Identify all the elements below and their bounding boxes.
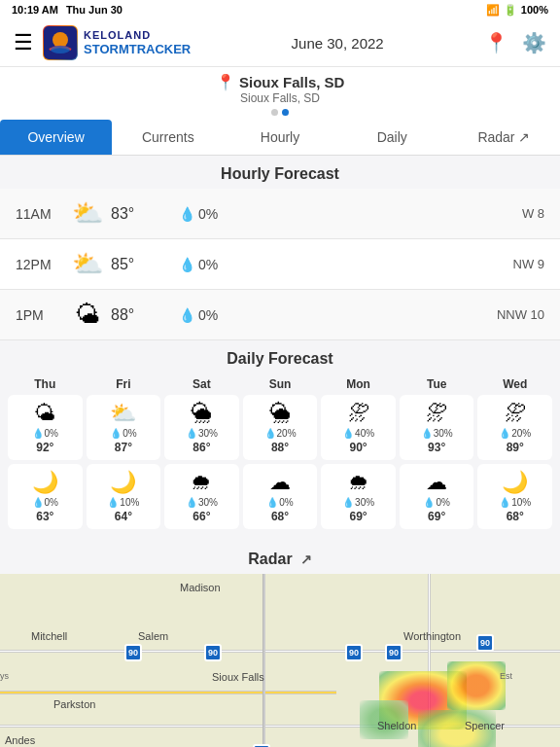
drop-icon: 💧 [179, 206, 195, 222]
radar-map[interactable]: 90 90 90 90 90 29 Madison Mitchell Salem… [0, 574, 560, 747]
daily-night-col-4: 🌧 💧30% 69° [321, 464, 396, 533]
daily-night-temp: 69° [428, 510, 445, 523]
daily-night-precip: 💧0% [32, 497, 58, 508]
daily-day-icon: ⛈ [348, 401, 369, 426]
status-time: 10:19 AM [12, 4, 58, 16]
tab-currents[interactable]: Currents [112, 120, 224, 155]
hourly-row-2: 1PM 🌤 88° 💧0% NNW 10 [0, 290, 560, 340]
daily-night-temp: 64° [115, 510, 132, 523]
daily-day-card: 🌦 💧20% 88° [243, 395, 318, 460]
hourly-section: Hourly Forecast 11AM ⛅ 83° 💧0% W 8 12PM … [0, 156, 560, 340]
dot-2[interactable] [282, 109, 289, 116]
tab-radar[interactable]: Radar ↗ [448, 120, 560, 155]
daily-day-precip: 💧40% [342, 428, 374, 439]
drop-icon: 💧 [110, 428, 122, 439]
logo-text: KELOLAND STORMTRACKER [84, 29, 191, 57]
drop-icon: 💧 [499, 497, 510, 508]
daily-day-label: Tue [427, 374, 446, 395]
daily-day-precip: 💧30% [421, 428, 453, 439]
hour-precip: 💧0% [179, 257, 247, 272]
map-label-mitchell: Mitchell [31, 630, 67, 642]
location-bar: 📍 Sioux Falls, SD Sioux Falls, SD [0, 67, 560, 120]
daily-day-precip: 💧20% [499, 428, 531, 439]
location-pin-icon[interactable]: 📍 [484, 31, 508, 54]
status-day: Thu Jun 30 [66, 4, 122, 16]
location-city: Sioux Falls, SD [239, 74, 344, 90]
daily-night-card: ☁ 💧0% 69° [400, 464, 474, 529]
daily-day-card: ⛈ 💧20% 89° [477, 395, 552, 460]
daily-day-label: Mon [346, 374, 370, 395]
daily-night-precip: 💧30% [342, 497, 374, 508]
daily-day-card: ⛈ 💧30% 93° [400, 395, 474, 460]
daily-night-col-0: 🌙 💧0% 63° [8, 464, 83, 533]
daily-col-0: Thu 🌤 💧0% 92° [8, 374, 83, 464]
daily-night-col-1: 🌙 💧10% 64° [87, 464, 161, 533]
daily-day-icon: 🌦 [191, 401, 212, 426]
daily-day-row: Thu 🌤 💧0% 92° Fri ⛅ 💧0% 87° Sat 🌦 💧30% 8… [8, 374, 552, 464]
daily-col-5: Tue ⛈ 💧30% 93° [400, 374, 474, 464]
hour-label: 12PM [16, 257, 64, 272]
daily-night-col-3: ☁ 💧0% 68° [243, 464, 318, 533]
hour-temp: 83° [111, 205, 179, 223]
tab-daily[interactable]: Daily [336, 120, 448, 155]
daily-col-1: Fri ⛅ 💧0% 87° [87, 374, 161, 464]
daily-day-card: ⛅ 💧0% 87° [87, 395, 161, 460]
daily-night-card: 🌙 💧10% 64° [87, 464, 161, 529]
i90-badge-1: 90 [124, 644, 142, 661]
daily-day-card: ⛈ 💧40% 90° [321, 395, 396, 460]
settings-icon[interactable]: ⚙️ [522, 31, 546, 54]
i90-badge-2: 90 [204, 644, 222, 661]
daily-day-temp: 92° [36, 441, 53, 454]
drop-icon: 💧 [186, 428, 197, 439]
drop-icon: 💧 [32, 428, 44, 439]
daily-night-icon: 🌙 [502, 470, 528, 495]
daily-day-precip: 💧0% [32, 428, 58, 439]
daily-night-card: 🌧 💧30% 69° [321, 464, 396, 529]
map-label-worthington: Worthington [403, 630, 461, 642]
hour-label: 11AM [16, 206, 64, 222]
hour-wind: NNW 10 [497, 307, 544, 322]
daily-header: Daily Forecast [8, 340, 552, 374]
daily-day-label: Sat [192, 374, 211, 395]
daily-day-precip: 💧20% [264, 428, 297, 439]
daily-night-temp: 68° [271, 510, 289, 523]
drop-icon: 💧 [32, 497, 44, 508]
daily-night-row: 🌙 💧0% 63° 🌙 💧10% 64° 🌧 💧30% 66° ☁ 💧0% [8, 464, 552, 533]
location-dots [0, 109, 560, 116]
drop-icon: 💧 [421, 428, 433, 439]
drop-icon: 💧 [179, 257, 195, 272]
hour-precip: 💧0% [179, 206, 247, 222]
hamburger-icon[interactable]: ☰ [14, 30, 33, 55]
daily-day-precip: 💧0% [110, 428, 136, 439]
daily-day-precip: 💧30% [186, 428, 218, 439]
daily-day-temp: 89° [507, 441, 524, 454]
daily-night-temp: 68° [507, 510, 524, 523]
daily-night-card: ☁ 💧0% 68° [243, 464, 318, 529]
drop-icon: 💧 [499, 428, 510, 439]
daily-night-precip: 💧0% [423, 497, 449, 508]
map-label-andes: Andes [5, 734, 35, 746]
daily-night-icon: 🌧 [348, 470, 369, 495]
dot-1[interactable] [271, 109, 278, 116]
battery-icon: 🔋 [504, 4, 517, 17]
hour-precip: 💧0% [179, 307, 247, 323]
drop-icon: 💧 [423, 497, 435, 508]
daily-day-temp: 93° [428, 441, 445, 454]
daily-night-precip: 💧10% [499, 497, 531, 508]
radar-share-icon[interactable]: ↗ [300, 551, 312, 567]
tab-hourly[interactable]: Hourly [224, 120, 335, 155]
daily-night-icon: 🌧 [191, 470, 212, 495]
tab-overview[interactable]: Overview [0, 120, 112, 155]
daily-day-card: 🌦 💧30% 86° [164, 395, 239, 460]
map-label-ys: ys [0, 671, 9, 681]
drop-icon: 💧 [266, 497, 278, 508]
map-label-parkston: Parkston [53, 698, 95, 710]
daily-day-temp: 86° [192, 441, 210, 454]
daily-night-precip: 💧10% [107, 497, 139, 508]
map-label-madison: Madison [180, 582, 221, 593]
daily-col-4: Mon ⛈ 💧40% 90° [321, 374, 396, 464]
daily-day-label: Wed [503, 374, 527, 395]
drop-icon: 💧 [107, 497, 119, 508]
daily-day-icon: ⛅ [110, 401, 136, 426]
map-background: 90 90 90 90 90 29 Madison Mitchell Salem… [0, 574, 560, 747]
